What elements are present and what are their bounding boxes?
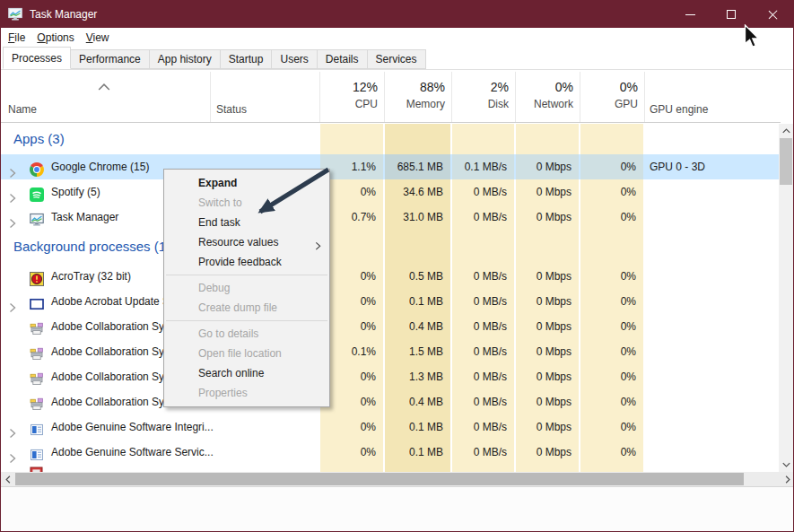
horizontal-scroll-thumb[interactable] [15, 473, 744, 485]
tab-bar: ProcessesPerformanceApp historyStartupUs… [1, 48, 793, 70]
gpu-engine-value: GPU 0 - 3D [650, 154, 705, 179]
process-row[interactable]: 0.1%1.5 MB0 MB/s0 Mbps0%Adobe Collaborat… [1, 339, 781, 364]
gpu-cell: 0% [580, 414, 643, 440]
gpu-cell: 0% [580, 364, 643, 389]
expand-chevron-icon[interactable] [9, 447, 16, 458]
process-row[interactable]: 0.7%31.0 MB0 MB/s0 Mbps0%Task Manager [1, 205, 781, 230]
scroll-down-icon[interactable] [779, 458, 793, 472]
disk-cell: 0 MB/s [452, 289, 514, 314]
submenu-chevron-icon [315, 237, 321, 247]
acrotray-icon [30, 269, 44, 283]
expand-chevron-icon[interactable] [9, 187, 16, 197]
disk-cell [452, 230, 514, 264]
context-menu: ExpandSwitch toEnd taskResource valuesPr… [163, 169, 330, 407]
column-header-cpu[interactable]: 12% CPU [319, 70, 384, 122]
group-row[interactable]: Apps (3) [1, 124, 781, 154]
process-row[interactable]: 0%0.5 MB0 MB/s0 Mbps0%AcroTray (32 bit) [1, 264, 781, 289]
menu-item-resource-values[interactable]: Resource values [164, 232, 329, 252]
tab-details[interactable]: Details [317, 49, 368, 69]
memory-cell: 31.0 MB [385, 205, 450, 230]
vertical-scroll-thumb[interactable] [780, 138, 792, 185]
tab-performance[interactable]: Performance [70, 49, 150, 69]
expand-chevron-icon[interactable] [9, 422, 16, 432]
process-row[interactable]: 0%0.1 MB0 MB/s0 Mbps0%Adobe Genuine Soft… [1, 440, 781, 465]
gpu-cell: 0% [580, 389, 643, 414]
tab-app-history[interactable]: App history [149, 49, 221, 69]
group-label-background: Background processes (1 [13, 230, 166, 264]
horizontal-scrollbar[interactable] [1, 472, 794, 486]
column-header-disk[interactable]: 2% Disk [451, 70, 515, 122]
menu-item-expand[interactable]: Expand [164, 173, 329, 193]
tab-users[interactable]: Users [271, 49, 317, 69]
memory-cell: 34.6 MB [385, 179, 450, 205]
menu-item-search-online[interactable]: Search online [164, 363, 329, 383]
disk-cell: 0 MB/s [452, 414, 514, 440]
taskmgr-icon [30, 210, 44, 224]
gpu-cell: 0% [580, 154, 643, 179]
cpu-label: CPU [319, 98, 378, 110]
spotify-icon [30, 185, 44, 199]
scroll-up-icon[interactable] [779, 124, 793, 138]
menu-options[interactable]: Options [37, 31, 74, 44]
chrome-icon [30, 160, 44, 174]
network-cell: 0 Mbps [516, 414, 579, 440]
group-row[interactable]: Background processes (1 [1, 230, 781, 264]
expand-chevron-icon[interactable] [9, 161, 16, 172]
menu-item-go-to-details: Go to details [164, 324, 329, 344]
memory-cell: 0.1 MB [385, 414, 450, 440]
disk-cell: 0 MB/s [452, 440, 514, 465]
process-list: Apps (3)1.1%685.1 MB0.1 MB/s0 Mbps0%Goog… [1, 123, 781, 472]
gpu-cell: 0% [580, 289, 643, 314]
column-header-gpu[interactable]: 0% GPU [580, 70, 644, 122]
task-manager-window: Task Manager FileOptionsView ProcessesPe… [0, 0, 794, 532]
tab-services[interactable]: Services [367, 49, 426, 69]
expand-chevron-icon[interactable] [9, 296, 16, 307]
column-header: Name Status 12% CPU 88% Memory 2% Disk 0… [1, 70, 781, 123]
memory-cell: 0.4 MB [385, 314, 450, 339]
network-cell: 0 Mbps [516, 289, 579, 314]
network-cell: 0 Mbps [516, 179, 579, 205]
menu-item-provide-feedback[interactable]: Provide feedback [164, 252, 329, 272]
gpu-cell: 0% [580, 264, 643, 289]
process-row[interactable]: 0%34.6 MB0 MB/s0 Mbps0%Spotify (5) [1, 179, 781, 205]
gpu-cell [580, 124, 643, 154]
process-row[interactable]: 1.1%685.1 MB0.1 MB/s0 Mbps0%Google Chrom… [1, 154, 781, 179]
network-cell [516, 124, 579, 154]
tab-startup[interactable]: Startup [220, 49, 273, 69]
network-total-pct: 0% [515, 80, 573, 94]
task-manager-icon [8, 7, 22, 22]
scroll-left-icon[interactable] [1, 472, 15, 486]
disk-cell [452, 124, 514, 154]
column-header-name[interactable]: Name [8, 103, 37, 116]
minimize-button[interactable] [669, 1, 711, 28]
vertical-scrollbar[interactable] [779, 124, 793, 472]
memory-cell [385, 465, 450, 472]
menu-item-end-task[interactable]: End task [164, 213, 329, 232]
menu-item-properties: Properties [164, 383, 329, 403]
column-header-network[interactable]: 0% Network [515, 70, 580, 122]
process-row[interactable]: 0%0.1 MB0 MB/s0 Mbps0%Adobe Genuine Soft… [1, 414, 781, 440]
expand-chevron-icon[interactable] [9, 212, 16, 222]
memory-total-pct: 88% [384, 80, 445, 94]
network-cell: 0 Mbps [516, 264, 579, 289]
process-row[interactable] [1, 465, 781, 472]
close-button[interactable] [752, 1, 793, 28]
network-cell: 0 Mbps [516, 389, 579, 414]
tab-processes[interactable]: Processes [3, 47, 71, 69]
cpu-cell [320, 465, 383, 472]
scroll-right-icon[interactable] [781, 472, 794, 486]
cpu-cell: 0% [320, 414, 383, 440]
maximize-button[interactable] [711, 1, 752, 28]
menu-separator [166, 320, 327, 321]
column-header-status[interactable]: Status [216, 103, 247, 116]
menu-view[interactable]: View [86, 31, 109, 44]
process-row[interactable]: 0%0.4 MB0 MB/s0 Mbps0%Adobe Collaboratio… [1, 389, 781, 414]
memory-cell: 685.1 MB [385, 154, 450, 179]
process-row[interactable]: 0%0.1 MB0 MB/s0 Mbps0%Adobe Acrobat Upda… [1, 289, 781, 314]
menu-file[interactable]: File [8, 31, 25, 44]
titlebar: Task Manager [1, 1, 793, 28]
process-row[interactable]: 0%1.3 MB0 MB/s0 Mbps0%Adobe Collaboratio… [1, 364, 781, 389]
column-header-gpu-engine[interactable]: GPU engine [650, 103, 708, 116]
process-row[interactable]: 0%0.4 MB0 MB/s0 Mbps0%Adobe Collaboratio… [1, 314, 781, 339]
column-header-memory[interactable]: 88% Memory [384, 70, 451, 122]
